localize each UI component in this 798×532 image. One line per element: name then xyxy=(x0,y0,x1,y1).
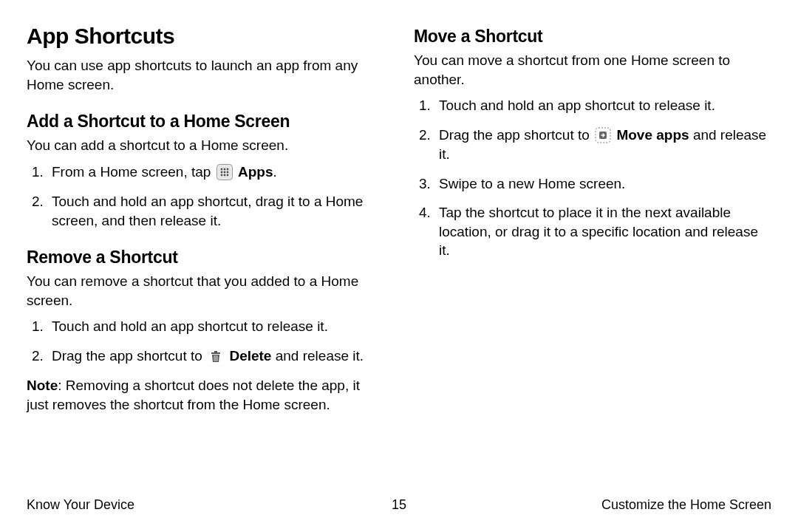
move-step-2: Drag the app shortcut to Move apps and r… xyxy=(434,126,771,164)
remove-step2-post: and release it. xyxy=(271,348,364,364)
remove-step-2: Drag the app shortcut to Delete and rele… xyxy=(47,347,384,366)
move-apps-label: Move apps xyxy=(616,127,689,143)
svg-point-8 xyxy=(223,174,225,177)
add-step1-post: . xyxy=(273,164,276,180)
intro-paragraph: You can use app shortcuts to launch an a… xyxy=(27,56,384,94)
svg-point-6 xyxy=(226,171,228,174)
remove-heading: Remove a Shortcut xyxy=(27,248,384,267)
delete-label: Delete xyxy=(229,348,271,364)
note-body: : Removing a shortcut does not delete th… xyxy=(27,378,360,412)
page-title: App Shortcuts xyxy=(27,24,384,49)
footer-right: Customize the Home Screen xyxy=(523,497,771,513)
svg-point-7 xyxy=(220,174,222,177)
remove-note: Note: Removing a shortcut does not delet… xyxy=(27,376,384,414)
add-steps-list: From a Home screen, tap Apps. Touch and … xyxy=(27,163,384,230)
add-step-2: Touch and hold an app shortcut, drag it … xyxy=(47,192,384,230)
svg-rect-10 xyxy=(211,352,220,354)
svg-point-2 xyxy=(223,168,225,171)
add-step1-pre: From a Home screen, tap xyxy=(52,164,215,180)
right-column: Move a Shortcut You can move a shortcut … xyxy=(414,24,771,482)
move-step-4: Tap the shortcut to place it in the next… xyxy=(434,203,771,260)
move-heading: Move a Shortcut xyxy=(414,27,771,47)
trash-icon xyxy=(208,348,224,364)
svg-point-1 xyxy=(220,168,222,171)
svg-point-4 xyxy=(220,171,222,174)
svg-point-5 xyxy=(223,171,225,174)
apps-grid-icon xyxy=(216,164,233,180)
svg-point-9 xyxy=(226,174,228,177)
svg-point-3 xyxy=(226,168,228,171)
remove-desc: You can remove a shortcut that you added… xyxy=(27,272,384,310)
left-column: App Shortcuts You can use app shortcuts … xyxy=(27,24,384,482)
page-footer: Know Your Device 15 Customize the Home S… xyxy=(27,497,771,513)
svg-rect-11 xyxy=(214,351,217,352)
move-step2-pre: Drag the app shortcut to xyxy=(439,127,593,143)
move-steps-list: Touch and hold an app shortcut to releas… xyxy=(414,96,771,260)
add-heading: Add a Shortcut to a Home Screen xyxy=(27,112,384,132)
add-desc: You can add a shortcut to a Home screen. xyxy=(27,136,384,155)
remove-step-1: Touch and hold an app shortcut to releas… xyxy=(47,317,384,336)
note-label: Note xyxy=(27,378,58,393)
footer-left: Know Your Device xyxy=(27,497,275,513)
apps-label: Apps xyxy=(238,164,273,180)
move-step-1: Touch and hold an app shortcut to releas… xyxy=(434,96,771,115)
move-step-3: Swipe to a new Home screen. xyxy=(434,174,771,194)
add-step-1: From a Home screen, tap Apps. xyxy=(47,163,384,182)
page-number: 15 xyxy=(275,497,523,513)
move-apps-icon xyxy=(595,127,611,143)
content-columns: App Shortcuts You can use app shortcuts … xyxy=(27,24,771,482)
move-desc: You can move a shortcut from one Home sc… xyxy=(414,51,771,89)
remove-steps-list: Touch and hold an app shortcut to releas… xyxy=(27,317,384,366)
remove-step2-pre: Drag the app shortcut to xyxy=(52,348,206,364)
